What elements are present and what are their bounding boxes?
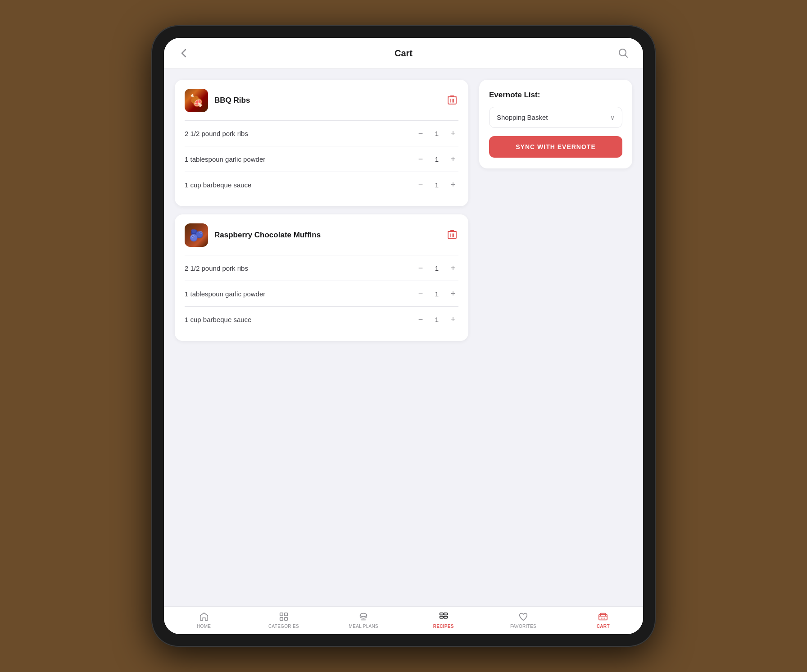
back-button[interactable] xyxy=(177,46,191,60)
quantity-control: − 1 + xyxy=(415,128,458,139)
recipe-info: 🍖 BBQ Ribs xyxy=(185,89,250,112)
bottom-navigation: HOME CATEGORIES xyxy=(164,606,643,634)
recipe-name-bbq-ribs: BBQ Ribs xyxy=(214,95,250,105)
recipe-name-muffins: Raspberry Chocolate Muffins xyxy=(214,230,321,240)
evernote-list-dropdown[interactable]: Shopping Basket ∨ xyxy=(489,107,622,128)
svg-rect-11 xyxy=(440,616,443,618)
qty-value: 1 xyxy=(433,155,440,163)
qty-value: 1 xyxy=(433,316,440,323)
nav-item-meal-plans[interactable]: MEAL PLANS xyxy=(324,607,404,634)
nav-label-categories: CATEGORIES xyxy=(268,624,299,629)
tablet-screen: Cart 🍖 BBQ xyxy=(164,38,643,634)
increase-qty-button[interactable]: + xyxy=(448,128,458,139)
recipe-info: 🫐 Raspberry Chocolate Muffins xyxy=(185,223,321,247)
bbq-ribs-thumbnail: 🍖 xyxy=(185,89,208,112)
recipes-icon xyxy=(439,611,449,622)
decrease-qty-button[interactable]: − xyxy=(415,314,426,325)
increase-qty-button[interactable]: + xyxy=(448,263,458,273)
svg-rect-6 xyxy=(285,618,287,620)
increase-qty-button[interactable]: + xyxy=(448,154,458,164)
ingredient-row: 2 1/2 pound pork ribs − 1 + xyxy=(185,255,458,281)
tablet-device: Cart 🍖 BBQ xyxy=(151,25,656,647)
recipe-card-raspberry-muffins: 🫐 Raspberry Chocolate Muffins xyxy=(175,214,468,341)
quantity-control: − 1 + xyxy=(415,263,458,273)
chevron-down-icon: ∨ xyxy=(610,114,615,121)
svg-rect-9 xyxy=(440,613,443,615)
nav-item-favorites[interactable]: FAVORITES xyxy=(483,607,563,634)
search-button[interactable] xyxy=(616,46,630,60)
increase-qty-button[interactable]: + xyxy=(448,288,458,299)
quantity-control: − 1 + xyxy=(415,288,458,299)
nav-item-recipes[interactable]: RECIPES xyxy=(404,607,483,634)
recipe-card-header: 🫐 Raspberry Chocolate Muffins xyxy=(185,223,458,247)
recipe-card-header: 🍖 BBQ Ribs xyxy=(185,89,458,112)
qty-value: 1 xyxy=(433,130,440,137)
svg-point-7 xyxy=(360,613,367,617)
nav-label-meal-plans: MEAL PLANS xyxy=(349,624,378,629)
nav-label-recipes: RECIPES xyxy=(433,624,454,629)
favorites-icon xyxy=(518,611,528,622)
recipe-image-muffins: 🫐 xyxy=(185,223,208,247)
ingredient-name: 1 tablespoun garlic powder xyxy=(185,290,265,298)
quantity-control: − 1 + xyxy=(415,314,458,325)
nav-label-home: HOME xyxy=(197,624,211,629)
ingredient-name: 1 tablespoun garlic powder xyxy=(185,155,265,163)
nav-label-cart: CART xyxy=(597,624,610,629)
ingredient-name: 1 cup barbeque sauce xyxy=(185,316,251,323)
dropdown-selected-value: Shopping Basket xyxy=(497,114,548,121)
recipe-card-bbq-ribs: 🍖 BBQ Ribs xyxy=(175,80,468,206)
ingredient-name: 2 1/2 pound pork ribs xyxy=(185,264,248,272)
categories-icon xyxy=(279,611,289,622)
decrease-qty-button[interactable]: − xyxy=(415,179,426,190)
page-title: Cart xyxy=(394,48,413,59)
recipe-image-bbq-ribs: 🍖 xyxy=(185,89,208,112)
decrease-qty-button[interactable]: − xyxy=(415,128,426,139)
header: Cart xyxy=(164,38,643,69)
meal-plans-icon xyxy=(358,611,368,622)
increase-qty-button[interactable]: + xyxy=(448,314,458,325)
nav-item-categories[interactable]: CATEGORIES xyxy=(244,607,323,634)
svg-rect-3 xyxy=(280,613,283,616)
decrease-qty-button[interactable]: − xyxy=(415,263,426,273)
delete-muffins-button[interactable] xyxy=(446,227,458,243)
ingredient-name: 2 1/2 pound pork ribs xyxy=(185,130,248,137)
svg-rect-4 xyxy=(285,613,287,616)
main-content: 🍖 BBQ Ribs xyxy=(164,69,643,606)
ingredient-name: 1 cup barbeque sauce xyxy=(185,181,251,189)
svg-rect-10 xyxy=(444,613,447,615)
home-icon xyxy=(199,611,209,622)
sync-evernote-button[interactable]: SYNC WITH EVERNOTE xyxy=(489,136,622,158)
ingredient-row: 1 tablespoun garlic powder − 1 + xyxy=(185,281,458,306)
increase-qty-button[interactable]: + xyxy=(448,179,458,190)
ingredient-row: 1 tablespoun garlic powder − 1 + xyxy=(185,146,458,172)
svg-rect-5 xyxy=(280,618,283,620)
ingredient-row: 2 1/2 pound pork ribs − 1 + xyxy=(185,120,458,146)
ingredient-row: 1 cup barbeque sauce − 1 + xyxy=(185,172,458,197)
qty-value: 1 xyxy=(433,264,440,272)
qty-value: 1 xyxy=(433,181,440,189)
decrease-qty-button[interactable]: − xyxy=(415,288,426,299)
evernote-panel: Evernote List: Shopping Basket ∨ SYNC WI… xyxy=(479,80,632,168)
ingredient-row: 1 cup barbeque sauce − 1 + xyxy=(185,306,458,332)
evernote-panel-column: Evernote List: Shopping Basket ∨ SYNC WI… xyxy=(479,80,632,595)
nav-label-favorites: FAVORITES xyxy=(510,624,536,629)
quantity-control: − 1 + xyxy=(415,154,458,164)
nav-item-cart[interactable]: CART xyxy=(563,607,643,634)
cart-icon xyxy=(598,611,608,622)
svg-rect-12 xyxy=(444,616,447,618)
nav-item-home[interactable]: HOME xyxy=(164,607,244,634)
cart-items-column: 🍖 BBQ Ribs xyxy=(175,80,468,595)
delete-bbq-ribs-button[interactable] xyxy=(446,93,458,109)
qty-value: 1 xyxy=(433,290,440,298)
decrease-qty-button[interactable]: − xyxy=(415,154,426,164)
muffin-thumbnail: 🫐 xyxy=(185,223,208,247)
quantity-control: − 1 + xyxy=(415,179,458,190)
evernote-label: Evernote List: xyxy=(489,91,622,100)
